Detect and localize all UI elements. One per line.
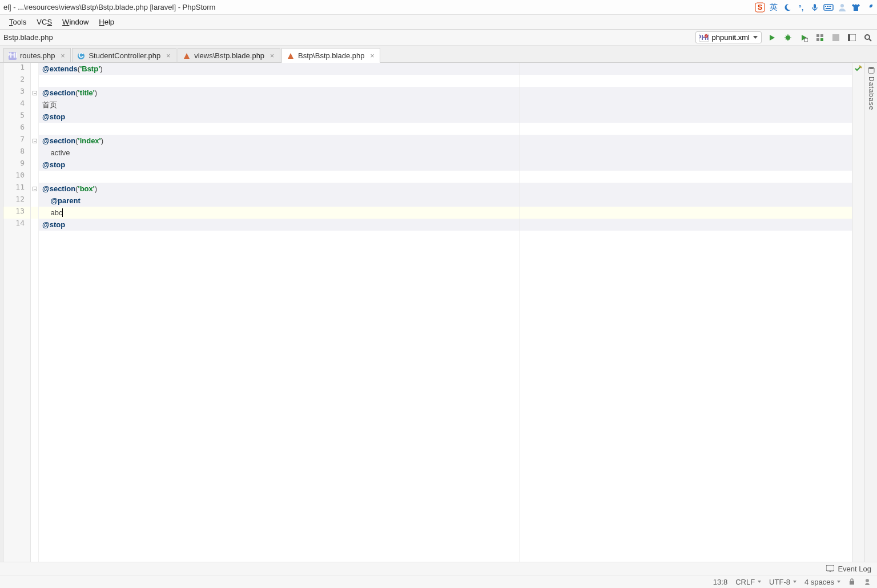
svg-rect-19	[832, 34, 839, 41]
ime-tray: S 英 °,	[755, 0, 875, 15]
moon-icon[interactable]	[782, 2, 792, 13]
svg-point-22	[865, 35, 870, 39]
ime-lang-icon[interactable]: 英	[769, 2, 779, 13]
mic-icon[interactable]	[810, 2, 820, 13]
svg-rect-17	[816, 38, 819, 41]
debug-button[interactable]	[782, 32, 794, 43]
punct-icon[interactable]: °,	[796, 2, 806, 13]
editor-area: 12345 678910 11121314 @extends('Bstp') @…	[0, 63, 877, 562]
tab-label: views\Bstp.blade.php	[194, 51, 264, 60]
ime-s-icon[interactable]: S	[755, 2, 765, 13]
menu-bar: Tools VCS Window Help	[0, 15, 877, 30]
close-icon[interactable]: ×	[166, 52, 170, 60]
svg-rect-16	[820, 34, 823, 37]
svg-rect-18	[820, 38, 823, 41]
close-icon[interactable]: ×	[370, 52, 374, 60]
run-config-label: phpunit.xml	[712, 33, 750, 42]
svg-rect-21	[848, 34, 850, 41]
close-icon[interactable]: ×	[270, 52, 274, 60]
right-margin-line	[520, 63, 520, 562]
svg-rect-8	[826, 8, 831, 9]
tab-routes[interactable]: PHP routes.php ×	[3, 48, 71, 62]
inspection-ok-icon	[854, 65, 862, 72]
fold-column[interactable]	[31, 63, 39, 562]
tab-label: Bstp\Bstp.blade.php	[298, 51, 364, 60]
editor-tabstrip: PHP routes.php × C StudentController.php…	[0, 46, 877, 63]
database-label: Database	[867, 76, 875, 110]
svg-text:S: S	[758, 3, 763, 11]
code-editor[interactable]: @extends('Bstp') @section('title') 首页 @s…	[39, 63, 852, 562]
svg-rect-29	[850, 581, 854, 585]
svg-rect-7	[830, 6, 831, 7]
wrench-icon[interactable]	[864, 2, 875, 13]
person-icon[interactable]	[837, 2, 847, 13]
svg-rect-6	[828, 6, 830, 7]
caret-position[interactable]: 13:8	[713, 578, 727, 586]
file-encoding[interactable]: UTF-8	[769, 578, 796, 586]
database-icon	[867, 66, 875, 74]
menu-tools[interactable]: Tools	[9, 18, 26, 26]
inspection-rail[interactable]	[852, 63, 864, 562]
svg-point-27	[868, 67, 874, 69]
svg-rect-2	[814, 4, 816, 9]
window-title: el] - ...\resources\views\Bstp\Bstp.blad…	[3, 3, 215, 11]
title-bar: el] - ...\resources\views\Bstp\Bstp.blad…	[0, 0, 877, 15]
readonly-toggle[interactable]	[848, 578, 855, 585]
event-log-icon[interactable]	[826, 565, 834, 572]
svg-point-9	[840, 4, 844, 7]
svg-rect-28	[826, 565, 834, 571]
tab-student-controller[interactable]: C StudentController.php ×	[72, 48, 176, 62]
phpunit-icon: PHP	[699, 34, 709, 42]
svg-rect-15	[816, 34, 819, 37]
database-tool-tab[interactable]: Database	[864, 63, 877, 562]
svg-rect-5	[827, 6, 828, 7]
line-gutter[interactable]: 12345 678910 11121314	[3, 63, 31, 562]
blade-file-icon	[287, 52, 295, 60]
layout-button[interactable]	[846, 32, 858, 43]
navigation-bar: Bstp.blade.php PHP phpunit.xml	[0, 30, 877, 46]
event-log-label[interactable]: Event Log	[838, 565, 871, 573]
breadcrumb[interactable]: Bstp.blade.php	[3, 33, 53, 42]
class-file-icon: C	[77, 52, 85, 60]
stop-button	[830, 32, 842, 43]
text-caret	[62, 208, 63, 217]
php-file-icon: PHP	[9, 52, 17, 60]
run-button[interactable]	[766, 32, 778, 43]
tab-views-bstp[interactable]: views\Bstp.blade.php ×	[178, 48, 280, 62]
svg-rect-4	[825, 6, 826, 7]
close-icon[interactable]: ×	[61, 52, 65, 60]
svg-rect-3	[824, 5, 833, 10]
toolbar-right: PHP phpunit.xml	[695, 31, 874, 43]
menu-window[interactable]: Window	[62, 18, 88, 26]
status-bar-upper: Event Log	[0, 562, 877, 575]
profile-button[interactable]	[814, 32, 826, 43]
tshirt-icon[interactable]	[851, 2, 861, 13]
svg-text:C: C	[79, 52, 85, 59]
menu-help[interactable]: Help	[99, 18, 114, 26]
svg-point-30	[866, 579, 869, 582]
tab-bstp-bstp[interactable]: Bstp\Bstp.blade.php ×	[281, 48, 380, 63]
svg-rect-14	[804, 38, 808, 42]
hector-icon[interactable]	[863, 578, 871, 586]
indent-config[interactable]: 4 spaces	[804, 578, 840, 586]
tab-label: routes.php	[20, 51, 55, 60]
chevron-down-icon	[753, 36, 758, 39]
coverage-button[interactable]	[798, 32, 810, 43]
run-config-selector[interactable]: PHP phpunit.xml	[695, 31, 762, 43]
menu-vcs[interactable]: VCS	[37, 18, 52, 26]
keyboard-icon[interactable]	[823, 2, 834, 13]
blade-file-icon	[183, 52, 191, 60]
line-separator[interactable]: CRLF	[735, 578, 761, 586]
search-everywhere-button[interactable]	[862, 32, 874, 43]
status-bar-lower: 13:8 CRLF UTF-8 4 spaces	[0, 575, 877, 588]
tab-label: StudentController.php	[88, 51, 160, 60]
svg-text:PHP: PHP	[9, 52, 17, 59]
